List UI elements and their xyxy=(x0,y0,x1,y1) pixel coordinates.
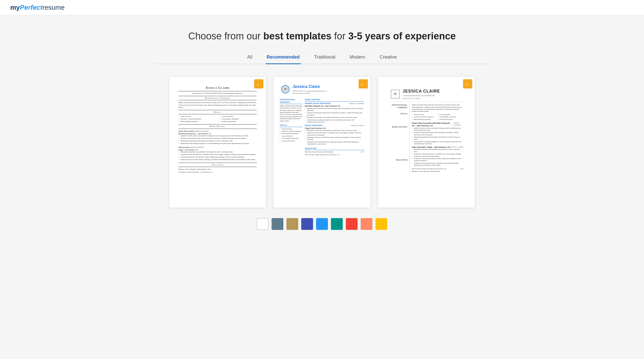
headline-bold2: 3-5 years of experience xyxy=(348,31,456,41)
tab-all[interactable]: All xyxy=(246,52,253,64)
t1-skills-right: Loss prevention Cash register operations… xyxy=(220,115,257,123)
resume-preview-1: Jessica Claire San Francisco, CA 94105 ●… xyxy=(173,81,262,204)
resume-preview-2: JC Jessica Claire (555)432-1000 | E: res… xyxy=(278,81,366,204)
template-tabs: All Recommended Traditional Modern Creat… xyxy=(153,52,491,64)
t2-avatar: JC xyxy=(281,85,289,93)
t3-contact1: resumesample@example.com | (555)432-1000 xyxy=(403,95,440,97)
t3-header: JC JESSICA CLAIRE resumesample@example.c… xyxy=(387,85,466,102)
t3-wrapper: JC JESSICA CLAIRE resumesample@example.c… xyxy=(387,85,466,176)
tab-modern[interactable]: Modern xyxy=(349,52,366,64)
t2-left-panel: PROFESSIONAL SUMMARY Highly motivated Sa… xyxy=(280,96,303,156)
t2-right-panel: WORK HISTORY SENIOR SALES ASSOCIATE 03/2… xyxy=(305,96,364,156)
t1-job1: Senior Sales Associate, 03/2015 to Curre… xyxy=(178,130,257,145)
swatch-orange[interactable] xyxy=(361,218,372,230)
logo[interactable]: myPerfectresume xyxy=(10,4,65,12)
page-headline: Choose from our best templates for 3-5 y… xyxy=(153,31,491,42)
swatch-tan[interactable] xyxy=(286,218,298,230)
t2-summary-label: PROFESSIONAL SUMMARY xyxy=(280,98,303,104)
t2-name: Jessica Claire xyxy=(293,84,327,89)
t1-skills-left: Guest services Inventory control procedu… xyxy=(178,115,216,123)
color-swatches xyxy=(153,208,491,238)
tab-recommended[interactable]: Recommended xyxy=(266,52,301,64)
swatch-indigo[interactable] xyxy=(301,218,313,230)
cards-row: 👍 Jessica Claire San Francisco, CA 94105… xyxy=(153,76,491,208)
swatch-slate[interactable] xyxy=(272,218,283,230)
t3-job1: Senior Sales Associate | Bed Bath & Beyo… xyxy=(412,122,464,145)
t3-job2: Sales Associate | Target – San Francisco… xyxy=(412,146,464,166)
t1-skills-title: Skills xyxy=(178,110,257,114)
t1-name: Jessica Claire xyxy=(178,85,257,90)
logo-resume: resume xyxy=(42,4,65,12)
swatch-teal[interactable] xyxy=(331,218,343,230)
t3-contact2: San Francisco, CA 94105 xyxy=(403,97,440,99)
t2-skills-label: SKILLS xyxy=(280,124,303,127)
swatch-amber[interactable] xyxy=(375,218,387,230)
t2-education-label: EDUCATION xyxy=(305,147,364,150)
t2-body: PROFESSIONAL SUMMARY Highly motivated Sa… xyxy=(278,96,366,159)
t3-right-panel: Highly motivated Sales Associate with ex… xyxy=(412,102,464,173)
swatch-blue[interactable] xyxy=(316,218,328,230)
thumbs-up-badge-1: 👍 xyxy=(254,79,263,88)
template-card-2[interactable]: 👍 JC Jessica Claire (555)432-1000 | E: r… xyxy=(273,76,371,208)
t3-education: San Francisco State University, San Fran… xyxy=(412,168,464,170)
t2-job1: SENIOR SALES ASSOCIATE 03/2015 to CURREN… xyxy=(305,102,364,123)
tab-creative[interactable]: Creative xyxy=(379,52,398,64)
t2-school: San Francisco State University, San Fran… xyxy=(305,154,364,156)
t2-contact1: (555)432-1000 | E: resumesample@example.… xyxy=(293,90,327,92)
swatch-red[interactable] xyxy=(346,218,358,230)
t1-degree: Bachelor of Arts: Business Administratio… xyxy=(178,168,257,170)
template-card-1[interactable]: 👍 Jessica Claire San Francisco, CA 94105… xyxy=(169,76,266,208)
t2-work-label: WORK HISTORY xyxy=(305,98,364,102)
t3-body: PROFESSIONAL SUMMARY SKILLS WORK HISTORY… xyxy=(387,102,466,176)
headline-middle: for xyxy=(331,31,348,41)
headline-prefix: Choose from our xyxy=(188,31,263,41)
t2-wrapper: JC Jessica Claire (555)432-1000 | E: res… xyxy=(278,81,366,159)
swatch-white[interactable] xyxy=(257,218,269,230)
t1-contact: San Francisco, CA 94105 ● (555)432-1000 … xyxy=(178,92,257,94)
headline-bold1: best templates xyxy=(263,31,331,41)
t2-contact2: San Francisco, CA 94105 xyxy=(293,92,327,94)
t1-job2: Sales Associate, 06/2013 to 03/2015 Targ… xyxy=(178,146,257,161)
t1-work-title: Work History xyxy=(178,124,257,129)
t1-education-title: Education xyxy=(178,163,257,167)
resume-preview-3: JC JESSICA CLAIRE resumesample@example.c… xyxy=(382,81,471,204)
header: myPerfectresume xyxy=(0,0,644,15)
logo-perfect: Perfect xyxy=(20,4,42,12)
t3-name: JESSICA CLAIRE xyxy=(403,88,440,94)
t1-summary: Highly motivated Sales Associate with ex… xyxy=(178,101,257,108)
t3-summary: Highly motivated Sales Associate with ex… xyxy=(412,104,464,113)
template-card-3[interactable]: 👍 JC JESSICA CLAIRE resumesample@example… xyxy=(378,76,475,208)
thumbs-up-badge-3: 👍 xyxy=(463,79,472,88)
t1-summary-title: Professional Summary xyxy=(178,96,257,100)
t2-header: JC Jessica Claire (555)432-1000 | E: res… xyxy=(278,81,366,96)
tab-traditional[interactable]: Traditional xyxy=(313,52,336,64)
t3-left-panel: PROFESSIONAL SUMMARY SKILLS WORK HISTORY… xyxy=(389,102,410,173)
logo-my: my xyxy=(10,4,20,12)
t2-degree: Bachelor of Arts | Business Administrati… xyxy=(305,151,333,153)
t1-skills-grid: Guest services Inventory control procedu… xyxy=(178,115,257,123)
t3-avatar: JC xyxy=(391,90,400,98)
t2-summary: Highly motivated Sales Associate with ex… xyxy=(280,105,303,122)
thumbs-up-badge-2: 👍 xyxy=(359,79,368,88)
t1-school: San Francisco State University – San Fra… xyxy=(178,171,257,173)
t2-year: 2013 xyxy=(361,151,364,153)
main-content: Choose from our best templates for 3-5 y… xyxy=(143,15,501,248)
t2-job2: SALES ASSOCIATE 06/2013 to 03/2015 Targe… xyxy=(305,124,364,145)
